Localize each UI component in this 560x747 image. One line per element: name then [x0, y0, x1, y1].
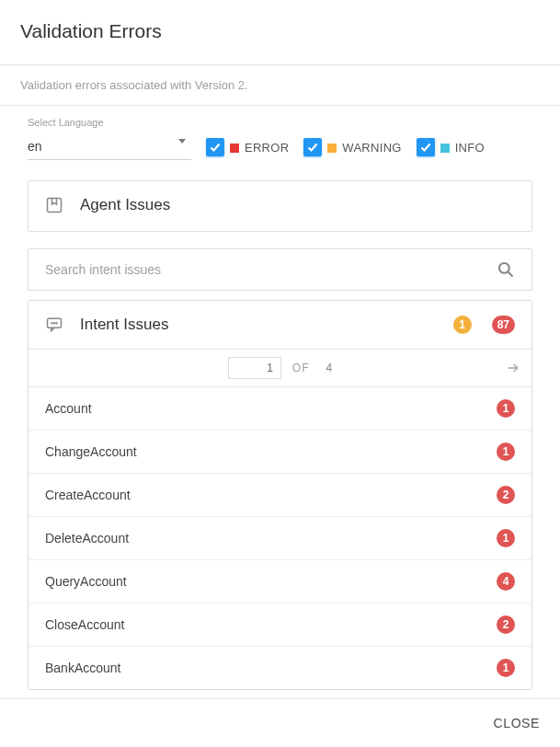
intent-issue-row[interactable]: ChangeAccount1 — [29, 431, 531, 474]
level-label-error: ERROR — [230, 141, 289, 155]
svg-point-6 — [56, 323, 57, 324]
error-checkbox[interactable] — [206, 138, 224, 156]
error-color-swatch — [230, 144, 239, 153]
intent-issue-row[interactable]: Account1 — [29, 387, 531, 431]
intent-issue-row[interactable]: BankAccount1 — [29, 647, 531, 689]
info-checkbox[interactable] — [417, 138, 435, 156]
intent-panel-title: Intent Issues — [80, 316, 437, 334]
search-intent-issues — [28, 248, 532, 291]
pager-of-label: OF — [292, 362, 310, 374]
intent-issue-row[interactable]: CreateAccount2 — [29, 474, 531, 517]
intent-issue-count-badge: 1 — [497, 529, 515, 547]
agent-panel-title: Agent Issues — [80, 196, 170, 214]
level-filter-error: ERROR — [206, 138, 289, 160]
agent-issues-panel[interactable]: Agent Issues — [28, 180, 532, 232]
chevron-down-icon — [178, 139, 186, 144]
intent-issue-name: DeleteAccount — [45, 531, 129, 546]
intent-issue-count-badge: 1 — [497, 442, 515, 461]
intent-issue-name: Account — [45, 401, 92, 416]
error-count-badge: 87 — [492, 316, 515, 334]
svg-point-5 — [54, 323, 55, 324]
level-label-info: INFO — [440, 141, 485, 155]
warning-checkbox[interactable] — [303, 138, 322, 156]
validation-errors-dialog: Validation Errors Validation errors asso… — [0, 0, 560, 747]
intent-issue-row[interactable]: QueryAccount4 — [29, 560, 531, 603]
intent-issue-row[interactable]: DeleteAccount1 — [29, 517, 531, 560]
intent-issue-name: BankAccount — [45, 661, 121, 675]
svg-line-2 — [509, 272, 513, 277]
svg-point-4 — [51, 323, 52, 324]
intent-issue-name: CloseAccount — [45, 617, 124, 632]
pager-total: 4 — [326, 362, 332, 374]
close-button[interactable]: CLOSE — [494, 716, 540, 730]
intent-issue-count-badge: 4 — [497, 572, 515, 591]
intent-issue-count-badge: 2 — [497, 615, 515, 634]
intent-issue-count-badge: 2 — [497, 486, 515, 504]
intent-issues-panel: Intent Issues 1 87 OF 4 Account1ChangeAc… — [28, 300, 532, 690]
search-icon[interactable] — [497, 260, 515, 279]
intent-issue-name: CreateAccount — [45, 488, 131, 502]
agent-panel-header: Agent Issues — [29, 181, 531, 231]
level-filter-warning: WARNING — [303, 138, 401, 160]
intent-issue-row[interactable]: CloseAccount2 — [29, 603, 531, 647]
dialog-body[interactable]: Select Language en ERROR — [0, 105, 560, 698]
arrow-right-icon[interactable] — [506, 361, 520, 375]
language-select-label: Select Language — [28, 117, 191, 128]
search-input[interactable] — [45, 262, 497, 277]
chat-icon — [45, 316, 63, 334]
language-selected-value: en — [28, 139, 42, 154]
bookmark-box-icon — [45, 196, 63, 214]
level-filter-info: INFO — [417, 138, 485, 160]
intent-issue-count-badge: 1 — [497, 659, 515, 677]
dialog-title: Validation Errors — [0, 0, 560, 65]
warning-count-badge: 1 — [453, 316, 472, 334]
language-select[interactable]: en — [28, 135, 191, 160]
page-number-input[interactable] — [228, 357, 281, 379]
warning-color-swatch — [327, 144, 337, 153]
intent-panel-header[interactable]: Intent Issues 1 87 — [29, 301, 531, 350]
svg-rect-0 — [48, 199, 62, 213]
level-label-warning: WARNING — [327, 141, 401, 155]
language-select-wrap: Select Language en — [28, 117, 191, 160]
intent-issue-count-badge: 1 — [497, 399, 515, 418]
pager: OF 4 — [29, 350, 531, 387]
filters-row: Select Language en ERROR — [22, 106, 538, 177]
svg-point-1 — [499, 263, 509, 273]
dialog-footer: CLOSE — [0, 698, 560, 747]
info-color-swatch — [440, 144, 450, 153]
intent-issue-name: QueryAccount — [45, 574, 127, 589]
intent-issue-list: Account1ChangeAccount1CreateAccount2Dele… — [29, 387, 531, 689]
dialog-description: Validation errors associated with Versio… — [0, 65, 560, 105]
intent-issue-name: ChangeAccount — [45, 444, 137, 459]
